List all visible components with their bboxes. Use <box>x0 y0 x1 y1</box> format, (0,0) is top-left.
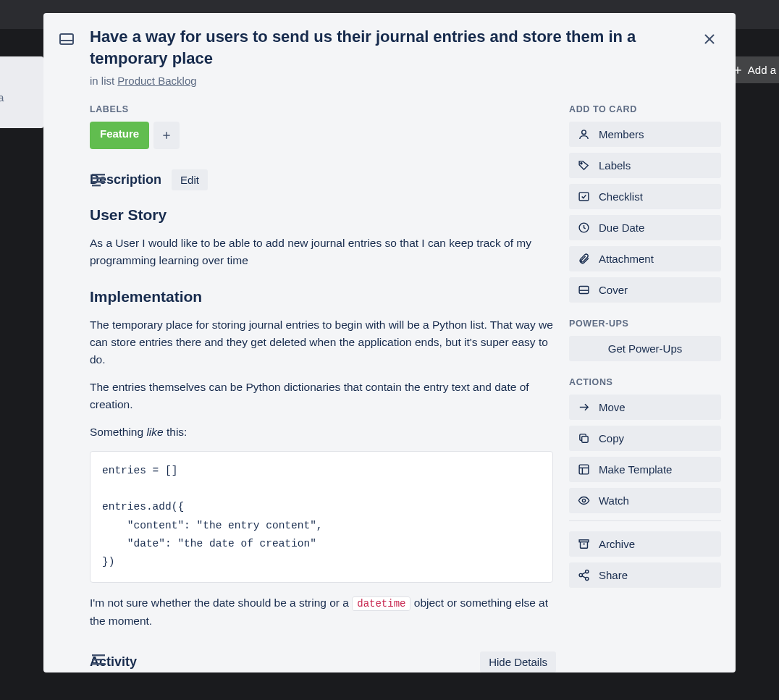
move-label: Move <box>599 401 626 413</box>
desc-p1: As a User I would like to be able to add… <box>90 235 553 269</box>
hide-details-button[interactable]: Hide Details <box>480 651 556 672</box>
add-list-label: Add a <box>748 64 776 76</box>
add-card-link[interactable]: Add a ca <box>0 92 36 104</box>
sidebar: ADD TO CARD Members Labels Checklist Due… <box>569 104 721 594</box>
svg-line-32 <box>582 573 586 575</box>
svg-rect-22 <box>582 437 589 443</box>
edit-description-button[interactable]: Edit <box>172 169 208 190</box>
desc-p2: The temporary place for storing journal … <box>90 316 553 368</box>
checklist-button[interactable]: Checklist <box>569 184 721 209</box>
labels-heading: LABELS <box>90 104 556 114</box>
attachment-button[interactable]: Attachment <box>569 246 721 271</box>
copy-icon <box>578 432 590 444</box>
clock-icon <box>578 222 590 234</box>
card-icon <box>58 30 78 48</box>
desc-code-block: entries = [] entries.add({ "content": "t… <box>90 451 553 583</box>
activity-icon <box>90 651 107 669</box>
share-label: Share <box>599 569 628 581</box>
desc-p3: The entries themselves can be Python dic… <box>90 379 553 413</box>
tag-icon <box>578 159 590 172</box>
add-label-button[interactable] <box>153 122 180 149</box>
members-button[interactable]: Members <box>569 122 721 147</box>
power-ups-group: POWER-UPS Get Power-Ups <box>569 319 721 361</box>
card-header: Have a way for users to send us their jo… <box>58 26 721 69</box>
template-icon <box>578 463 590 476</box>
move-button[interactable]: Move <box>569 395 721 420</box>
sidebar-separator <box>569 520 721 521</box>
cover-icon <box>578 284 590 296</box>
add-to-card-group: ADD TO CARD Members Labels Checklist Due… <box>569 104 721 303</box>
plus-icon <box>161 130 172 141</box>
watch-label: Watch <box>599 494 629 507</box>
checklist-label: Checklist <box>599 190 643 203</box>
make-template-button[interactable]: Make Template <box>569 457 721 482</box>
description-content[interactable]: User Story As a User I would like to be … <box>90 203 556 629</box>
svg-point-31 <box>586 578 589 581</box>
svg-rect-9 <box>92 177 105 179</box>
cover-label: Cover <box>599 284 628 296</box>
svg-rect-17 <box>579 193 589 201</box>
share-icon <box>578 569 590 581</box>
archive-button[interactable]: Archive <box>569 531 721 557</box>
close-button[interactable] <box>696 26 723 52</box>
watch-button[interactable]: Watch <box>569 488 721 513</box>
labels-label: Labels <box>599 159 631 172</box>
card-modal: Have a way for users to send us their jo… <box>43 13 736 672</box>
svg-rect-4 <box>60 34 73 44</box>
svg-rect-14 <box>92 663 105 665</box>
svg-point-16 <box>581 163 582 164</box>
arrow-right-icon <box>578 401 590 413</box>
desc-h3-implementation: Implementation <box>90 285 553 309</box>
paperclip-icon <box>578 253 590 265</box>
main-column: LABELS Feature Description Edit User Sto… <box>58 104 556 672</box>
add-to-card-heading: ADD TO CARD <box>569 104 721 114</box>
board-column: ogress Add a ca <box>0 56 43 128</box>
inline-code-datetime: datetime <box>352 596 410 611</box>
activity-header: Activity Hide Details <box>90 651 556 672</box>
card-list-location: in list Product Backlog <box>90 75 721 87</box>
column-title: ogress <box>0 62 36 75</box>
make-template-label: Make Template <box>599 463 672 476</box>
svg-rect-13 <box>92 659 102 660</box>
desc-h3-user-story: User Story <box>90 203 553 227</box>
in-list-prefix: in list <box>90 75 117 87</box>
members-label: Members <box>599 128 644 140</box>
label-feature[interactable]: Feature <box>90 122 149 149</box>
close-icon <box>702 31 717 47</box>
svg-rect-8 <box>92 174 105 175</box>
description-icon <box>90 171 107 188</box>
svg-rect-23 <box>579 465 589 475</box>
share-button[interactable]: Share <box>569 562 721 588</box>
duedate-button[interactable]: Due Date <box>569 215 721 240</box>
actions-heading: ACTIONS <box>569 377 721 387</box>
list-name-link[interactable]: Product Backlog <box>117 75 196 87</box>
actions-group: ACTIONS Move Copy Make Template Watch <box>569 377 721 588</box>
labels-button[interactable]: Labels <box>569 153 721 178</box>
svg-rect-10 <box>92 181 105 182</box>
archive-label: Archive <box>599 538 635 550</box>
svg-point-29 <box>586 570 589 573</box>
get-power-ups-button[interactable]: Get Power-Ups <box>569 336 721 361</box>
archive-icon <box>578 538 590 550</box>
svg-rect-11 <box>92 185 101 186</box>
svg-point-26 <box>582 499 585 502</box>
svg-rect-27 <box>579 540 589 542</box>
get-power-ups-label: Get Power-Ups <box>608 342 683 355</box>
user-icon <box>578 128 590 140</box>
svg-rect-12 <box>92 654 105 656</box>
attachment-label: Attachment <box>599 253 654 265</box>
power-ups-heading: POWER-UPS <box>569 319 721 329</box>
description-header: Description Edit <box>90 169 556 190</box>
copy-label: Copy <box>599 432 624 444</box>
copy-button[interactable]: Copy <box>569 426 721 451</box>
desc-p5: I'm not sure whether the date should be … <box>90 594 553 630</box>
duedate-label: Due Date <box>599 222 644 234</box>
svg-point-15 <box>582 130 586 135</box>
labels-row: Feature <box>90 122 556 149</box>
eye-icon <box>578 494 590 507</box>
svg-point-30 <box>579 574 582 577</box>
desc-p4: Something like this: <box>90 423 553 441</box>
card-title[interactable]: Have a way for users to send us their jo… <box>90 26 685 69</box>
svg-line-33 <box>582 576 586 578</box>
cover-button[interactable]: Cover <box>569 277 721 303</box>
